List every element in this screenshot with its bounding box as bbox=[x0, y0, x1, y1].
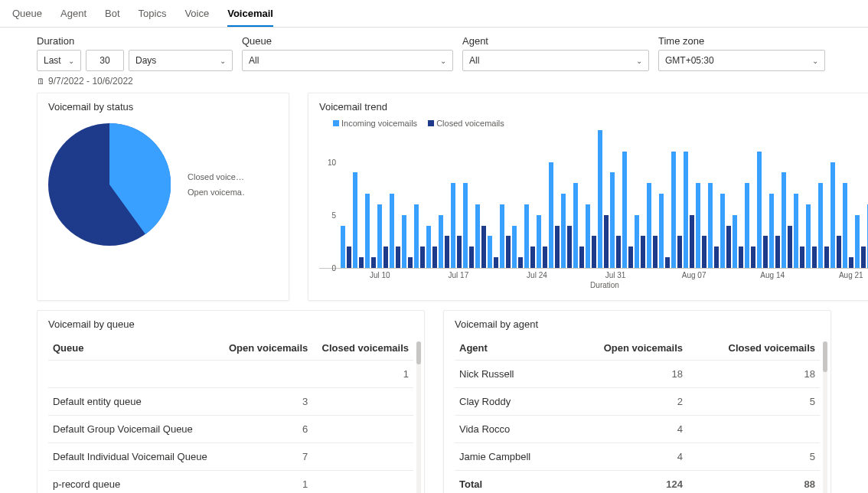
bar-closed bbox=[494, 257, 498, 268]
duration-mode-select[interactable]: Last ⌄ bbox=[37, 50, 81, 71]
cell-agent: Nick Russell bbox=[455, 361, 566, 388]
bar-closed bbox=[457, 236, 462, 268]
table-row[interactable]: Default Individual Voicemail Queue7 bbox=[48, 443, 413, 471]
bar-incoming bbox=[818, 183, 823, 268]
cell-closed bbox=[312, 443, 413, 471]
table-row[interactable]: Clay Roddy25 bbox=[455, 388, 820, 416]
queue-col-closed[interactable]: Closed voicemails bbox=[312, 336, 413, 361]
status-pie-chart bbox=[48, 123, 171, 246]
bar-group bbox=[488, 236, 498, 268]
voicemail-by-queue-card: Voicemail by queue Queue Open voicemails… bbox=[37, 310, 425, 493]
agent-col-closed[interactable]: Closed voicemails bbox=[687, 336, 820, 361]
bar-group bbox=[353, 172, 364, 268]
table-row[interactable]: 1 bbox=[48, 361, 413, 388]
queue-filter-label: Queue bbox=[242, 35, 453, 47]
tab-bot[interactable]: Bot bbox=[105, 5, 120, 27]
agent-select-value: All bbox=[469, 55, 479, 66]
bar-group bbox=[537, 215, 547, 268]
bar-incoming bbox=[622, 152, 627, 268]
cell-queue: p-record queue bbox=[48, 471, 220, 494]
agent-col-open[interactable]: Open voicemails bbox=[566, 336, 687, 361]
status-legend: Closed voice… Open voicema… bbox=[183, 172, 244, 197]
cell-open: 3 bbox=[220, 388, 312, 416]
table-row[interactable]: Vida Rocco4 bbox=[455, 416, 820, 443]
agent-scrollbar[interactable] bbox=[823, 341, 827, 493]
bar-group bbox=[745, 183, 755, 268]
bar-incoming bbox=[463, 183, 468, 268]
chevron-down-icon: ⌄ bbox=[440, 57, 446, 65]
bar-group bbox=[806, 204, 817, 268]
bar-group bbox=[451, 183, 462, 268]
cell-total-open: 124 bbox=[566, 471, 687, 494]
bar-incoming bbox=[451, 183, 455, 268]
bar-group bbox=[341, 226, 351, 268]
duration-unit-select[interactable]: Days ⌄ bbox=[129, 50, 233, 71]
duration-value-input[interactable]: 30 bbox=[86, 50, 124, 71]
bar-group bbox=[414, 204, 425, 268]
bar-group bbox=[549, 162, 560, 268]
bar-group bbox=[439, 215, 449, 268]
tab-queue[interactable]: Queue bbox=[12, 5, 42, 27]
bar-closed bbox=[555, 226, 560, 268]
bar-closed bbox=[788, 226, 792, 268]
table-row[interactable]: p-record queue1 bbox=[48, 471, 413, 494]
bar-incoming bbox=[586, 204, 590, 268]
bar-closed bbox=[812, 246, 817, 268]
bar-closed bbox=[518, 257, 523, 268]
bar-incoming bbox=[806, 204, 811, 268]
cell-agent: Vida Rocco bbox=[455, 416, 566, 443]
bar-closed bbox=[861, 246, 866, 268]
queue-select-value: All bbox=[249, 55, 259, 66]
table-row[interactable]: Nick Russell1818 bbox=[455, 361, 820, 388]
tab-topics[interactable]: Topics bbox=[139, 5, 167, 27]
bar-incoming bbox=[733, 215, 737, 268]
agent-filter-label: Agent bbox=[462, 35, 649, 47]
bar-closed bbox=[469, 246, 474, 268]
bar-closed bbox=[641, 236, 645, 268]
ytick-5: 5 bbox=[319, 211, 336, 220]
bar-group bbox=[475, 204, 486, 268]
table-row[interactable]: Default Group Voicemail Queue6 bbox=[48, 416, 413, 443]
bar-incoming bbox=[757, 152, 762, 268]
timezone-select[interactable]: GMT+05:30 ⌄ bbox=[658, 50, 825, 71]
bar-closed bbox=[432, 246, 437, 268]
table-row[interactable]: Jamie Campbell45 bbox=[455, 443, 820, 471]
bar-group bbox=[586, 204, 596, 268]
bar-group bbox=[830, 162, 841, 268]
queue-col-open[interactable]: Open voicemails bbox=[220, 336, 312, 361]
cell-queue: Default Group Voicemail Queue bbox=[48, 416, 220, 443]
agent-col-agent[interactable]: Agent bbox=[455, 336, 566, 361]
tab-agent[interactable]: Agent bbox=[60, 5, 86, 27]
xtick: Jul 10 bbox=[341, 271, 419, 279]
chevron-down-icon: ⌄ bbox=[220, 57, 226, 65]
table-row[interactable]: Default entity queue3 bbox=[48, 388, 413, 416]
bar-group bbox=[561, 194, 572, 268]
status-card-title: Voicemail by status bbox=[48, 101, 278, 113]
bar-closed bbox=[359, 257, 364, 268]
bar-incoming bbox=[684, 152, 688, 268]
tab-voicemail[interactable]: Voicemail bbox=[227, 5, 273, 27]
queue-table-title: Voicemail by queue bbox=[48, 318, 413, 330]
bar-incoming bbox=[512, 226, 517, 268]
timezone-value: GMT+05:30 bbox=[665, 55, 714, 66]
cell-queue bbox=[48, 361, 220, 388]
legend-open-label: Open voicema… bbox=[188, 188, 244, 197]
queue-scrollbar[interactable] bbox=[416, 341, 421, 493]
bar-group bbox=[782, 172, 792, 268]
agent-select[interactable]: All ⌄ bbox=[462, 50, 649, 71]
queue-select[interactable]: All ⌄ bbox=[242, 50, 453, 71]
bar-closed bbox=[383, 246, 388, 268]
bar-incoming bbox=[659, 194, 664, 268]
legend-swatch-closed2 bbox=[428, 120, 434, 126]
bar-incoming bbox=[769, 194, 774, 268]
cell-closed: 18 bbox=[687, 361, 820, 388]
bar-incoming bbox=[488, 236, 492, 268]
bar-group bbox=[671, 152, 682, 268]
ytick-10: 10 bbox=[319, 158, 336, 167]
date-range-text: 9/7/2022 - 10/6/2022 bbox=[48, 76, 133, 87]
bar-group bbox=[622, 152, 633, 268]
chevron-down-icon: ⌄ bbox=[812, 57, 818, 65]
queue-col-queue[interactable]: Queue bbox=[48, 336, 220, 361]
tab-voice[interactable]: Voice bbox=[184, 5, 209, 27]
bar-group bbox=[720, 194, 731, 268]
